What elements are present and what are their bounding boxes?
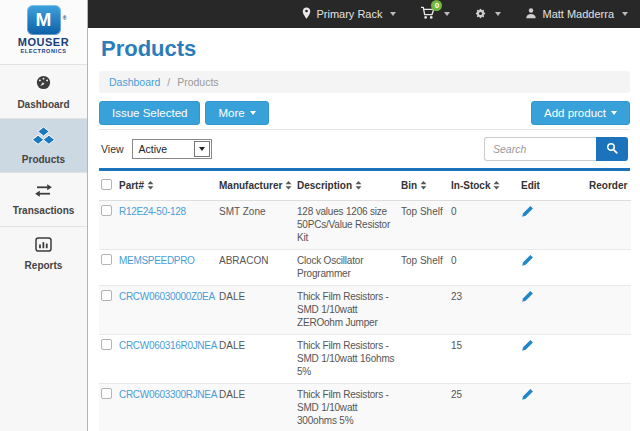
row-checkbox[interactable] bbox=[101, 290, 112, 301]
mouser-logo[interactable]: M ® MOUSER ELECTRONICS bbox=[0, 0, 87, 64]
chevron-down-icon bbox=[611, 111, 617, 115]
manufacturer-cell: DALE bbox=[217, 335, 295, 384]
column-header-instock[interactable]: In-Stock bbox=[449, 171, 519, 201]
user-icon bbox=[525, 7, 537, 21]
filter-row: View Active bbox=[99, 130, 630, 168]
row-checkbox[interactable] bbox=[101, 205, 112, 216]
gear-icon bbox=[474, 7, 487, 22]
part-link[interactable]: R12E24-50-128 bbox=[119, 206, 186, 217]
search-button[interactable] bbox=[596, 137, 628, 161]
instock-cell: 25 bbox=[449, 384, 519, 431]
edit-pencil-icon[interactable] bbox=[521, 388, 534, 404]
reorder-cell bbox=[587, 384, 631, 431]
select-arrow-icon bbox=[194, 141, 210, 157]
sidebar-item-reports[interactable]: Reports bbox=[0, 226, 87, 280]
part-link[interactable]: MEMSPEEDPRO bbox=[119, 255, 195, 266]
column-header-bin[interactable]: Bin bbox=[399, 171, 449, 201]
sort-icon bbox=[420, 181, 427, 190]
issue-selected-button[interactable]: Issue Selected bbox=[99, 101, 200, 125]
chevron-down-icon bbox=[495, 12, 501, 16]
search-input[interactable] bbox=[484, 137, 596, 161]
logo-title: MOUSER bbox=[0, 37, 87, 48]
description-cell: Thick Film Resistors - SMD 1/10watt 300o… bbox=[295, 384, 399, 431]
edit-pencil-icon[interactable] bbox=[521, 339, 534, 355]
description-cell: 128 values 1206 size 50PCs/Value Resisto… bbox=[295, 201, 399, 250]
search-icon bbox=[606, 142, 618, 157]
add-product-button[interactable]: Add product bbox=[531, 101, 630, 125]
instock-cell: 0 bbox=[449, 250, 519, 286]
manufacturer-cell: ABRACON bbox=[217, 250, 295, 286]
column-header-reorder: Reorder bbox=[587, 171, 631, 201]
part-link[interactable]: CRCW060316R0JNEA bbox=[119, 340, 217, 351]
table-header-row: Part# Manufacturer Description Bin In-St… bbox=[99, 171, 631, 201]
transactions-arrows-icon bbox=[34, 183, 53, 201]
reorder-cell bbox=[587, 335, 631, 384]
breadcrumb: Dashboard / Products bbox=[99, 71, 630, 93]
select-all-checkbox[interactable] bbox=[101, 179, 112, 190]
dashboard-gauge-icon bbox=[35, 74, 52, 95]
table-row: CRCW06030000Z0EA DALE Thick Film Resisto… bbox=[99, 286, 631, 335]
search-group bbox=[484, 137, 628, 161]
sort-icon bbox=[355, 181, 362, 190]
description-cell: Thick Film Resistors - SMD 1/10watt 16oh… bbox=[295, 335, 399, 384]
table-row: MEMSPEEDPRO ABRACON Clock Oscillator Pro… bbox=[99, 250, 631, 286]
description-cell: Clock Oscillator Programmer bbox=[295, 250, 399, 286]
row-checkbox[interactable] bbox=[101, 339, 112, 350]
instock-cell: 23 bbox=[449, 286, 519, 335]
products-cubes-icon bbox=[32, 126, 55, 150]
part-link[interactable]: CRCW0603300RJNEA bbox=[119, 389, 217, 400]
part-link[interactable]: CRCW06030000Z0EA bbox=[119, 291, 215, 302]
chevron-down-icon bbox=[250, 111, 256, 115]
bin-cell bbox=[399, 335, 449, 384]
view-label: View bbox=[101, 143, 124, 155]
row-checkbox[interactable] bbox=[101, 388, 112, 399]
table-row: CRCW0603300RJNEA DALE Thick Film Resisto… bbox=[99, 384, 631, 431]
instock-cell: 0 bbox=[449, 201, 519, 250]
reports-chart-icon bbox=[35, 237, 52, 256]
sidebar-item-label: Dashboard bbox=[17, 99, 69, 110]
page-title: Products bbox=[101, 36, 630, 62]
column-header-description[interactable]: Description bbox=[295, 171, 399, 201]
breadcrumb-separator: / bbox=[167, 76, 170, 88]
sort-icon bbox=[285, 181, 292, 190]
edit-pencil-icon[interactable] bbox=[521, 290, 534, 306]
logo-subtitle: ELECTRONICS bbox=[0, 48, 87, 55]
sidebar-item-dashboard[interactable]: Dashboard bbox=[0, 64, 87, 118]
view-select[interactable]: Active bbox=[132, 139, 212, 159]
rack-label: Primary Rack bbox=[316, 8, 382, 20]
registered-mark: ® bbox=[63, 3, 67, 33]
main-content: Products Dashboard / Products Issue Sele… bbox=[89, 28, 640, 431]
sidebar-item-products[interactable]: Products bbox=[0, 118, 87, 172]
view-select-value: Active bbox=[139, 143, 168, 155]
edit-pencil-icon[interactable] bbox=[521, 254, 534, 270]
cart-count-badge: 0 bbox=[431, 0, 442, 11]
products-table-body: R12E24-50-128 SMT Zone 128 values 1206 s… bbox=[99, 201, 631, 431]
edit-pencil-icon[interactable] bbox=[521, 205, 534, 221]
topbar: Primary Rack 0 Matt Madderra bbox=[88, 0, 640, 28]
row-checkbox[interactable] bbox=[101, 254, 112, 265]
reorder-cell bbox=[587, 201, 631, 250]
toolbar: Issue Selected More Add product bbox=[99, 101, 630, 125]
sidebar-item-transactions[interactable]: Transactions bbox=[0, 172, 87, 226]
chevron-down-icon bbox=[390, 12, 396, 16]
breadcrumb-dashboard-link[interactable]: Dashboard bbox=[109, 76, 160, 88]
cart-button[interactable]: 0 bbox=[420, 6, 450, 22]
column-header-part[interactable]: Part# bbox=[117, 171, 217, 201]
products-table: Part# Manufacturer Description Bin In-St… bbox=[99, 171, 631, 431]
column-header-manufacturer[interactable]: Manufacturer bbox=[217, 171, 295, 201]
user-menu[interactable]: Matt Madderra bbox=[525, 7, 628, 21]
table-row: CRCW060316R0JNEA DALE Thick Film Resisto… bbox=[99, 335, 631, 384]
bin-cell: Top Shelf bbox=[399, 201, 449, 250]
user-name: Matt Madderra bbox=[542, 8, 614, 20]
manufacturer-cell: DALE bbox=[217, 286, 295, 335]
instock-cell: 15 bbox=[449, 335, 519, 384]
settings-menu[interactable] bbox=[474, 7, 501, 22]
bin-cell bbox=[399, 384, 449, 431]
bin-cell: Top Shelf bbox=[399, 250, 449, 286]
sidebar: M ® MOUSER ELECTRONICS Dashboard Product… bbox=[0, 0, 88, 431]
table-row: R12E24-50-128 SMT Zone 128 values 1206 s… bbox=[99, 201, 631, 250]
rack-selector[interactable]: Primary Rack bbox=[302, 7, 396, 21]
sidebar-item-label: Products bbox=[22, 154, 65, 165]
reorder-cell bbox=[587, 250, 631, 286]
more-button[interactable]: More bbox=[205, 101, 268, 125]
